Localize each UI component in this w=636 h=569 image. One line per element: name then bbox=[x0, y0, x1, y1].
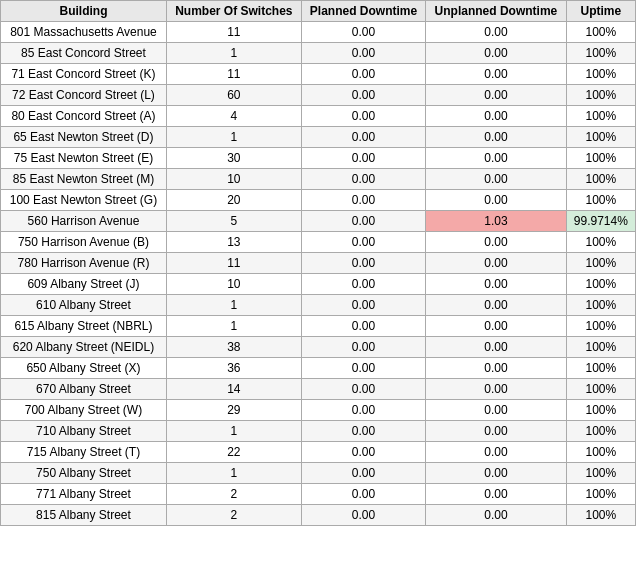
cell-uptime: 100% bbox=[566, 85, 635, 106]
cell-uptime: 100% bbox=[566, 358, 635, 379]
cell-building: 615 Albany Street (NBRL) bbox=[1, 316, 167, 337]
cell-planned: 0.00 bbox=[301, 358, 425, 379]
cell-unplanned: 0.00 bbox=[426, 127, 566, 148]
cell-switches: 4 bbox=[166, 106, 301, 127]
table-row: 650 Albany Street (X)360.000.00100% bbox=[1, 358, 636, 379]
cell-switches: 10 bbox=[166, 274, 301, 295]
cell-uptime: 100% bbox=[566, 232, 635, 253]
uptime-table: Building Number Of Switches Planned Down… bbox=[0, 0, 636, 526]
cell-building: 75 East Newton Street (E) bbox=[1, 148, 167, 169]
cell-uptime: 100% bbox=[566, 190, 635, 211]
cell-planned: 0.00 bbox=[301, 85, 425, 106]
cell-uptime: 100% bbox=[566, 295, 635, 316]
cell-planned: 0.00 bbox=[301, 400, 425, 421]
cell-uptime: 100% bbox=[566, 274, 635, 295]
cell-switches: 11 bbox=[166, 64, 301, 85]
cell-unplanned: 0.00 bbox=[426, 379, 566, 400]
cell-uptime: 100% bbox=[566, 442, 635, 463]
cell-unplanned: 0.00 bbox=[426, 484, 566, 505]
cell-planned: 0.00 bbox=[301, 211, 425, 232]
cell-uptime: 100% bbox=[566, 127, 635, 148]
cell-unplanned: 1.03 bbox=[426, 211, 566, 232]
cell-unplanned: 0.00 bbox=[426, 253, 566, 274]
cell-uptime: 100% bbox=[566, 22, 635, 43]
table-row: 780 Harrison Avenue (R)110.000.00100% bbox=[1, 253, 636, 274]
cell-planned: 0.00 bbox=[301, 463, 425, 484]
cell-planned: 0.00 bbox=[301, 232, 425, 253]
cell-unplanned: 0.00 bbox=[426, 400, 566, 421]
cell-building: 715 Albany Street (T) bbox=[1, 442, 167, 463]
cell-planned: 0.00 bbox=[301, 106, 425, 127]
table-row: 710 Albany Street10.000.00100% bbox=[1, 421, 636, 442]
cell-planned: 0.00 bbox=[301, 316, 425, 337]
cell-uptime: 100% bbox=[566, 148, 635, 169]
cell-switches: 36 bbox=[166, 358, 301, 379]
cell-planned: 0.00 bbox=[301, 337, 425, 358]
cell-building: 100 East Newton Street (G) bbox=[1, 190, 167, 211]
cell-planned: 0.00 bbox=[301, 274, 425, 295]
cell-unplanned: 0.00 bbox=[426, 274, 566, 295]
table-row: 771 Albany Street20.000.00100% bbox=[1, 484, 636, 505]
cell-switches: 11 bbox=[166, 253, 301, 274]
cell-planned: 0.00 bbox=[301, 43, 425, 64]
cell-planned: 0.00 bbox=[301, 295, 425, 316]
table-row: 65 East Newton Street (D)10.000.00100% bbox=[1, 127, 636, 148]
cell-building: 700 Albany Street (W) bbox=[1, 400, 167, 421]
cell-switches: 5 bbox=[166, 211, 301, 232]
table-row: 750 Harrison Avenue (B)130.000.00100% bbox=[1, 232, 636, 253]
cell-uptime: 99.9714% bbox=[566, 211, 635, 232]
cell-building: 85 East Newton Street (M) bbox=[1, 169, 167, 190]
header-planned: Planned Downtime bbox=[301, 1, 425, 22]
cell-switches: 14 bbox=[166, 379, 301, 400]
table-row: 560 Harrison Avenue50.001.0399.9714% bbox=[1, 211, 636, 232]
cell-unplanned: 0.00 bbox=[426, 463, 566, 484]
cell-switches: 29 bbox=[166, 400, 301, 421]
cell-building: 80 East Concord Street (A) bbox=[1, 106, 167, 127]
cell-uptime: 100% bbox=[566, 106, 635, 127]
table-row: 610 Albany Street10.000.00100% bbox=[1, 295, 636, 316]
cell-unplanned: 0.00 bbox=[426, 106, 566, 127]
cell-planned: 0.00 bbox=[301, 190, 425, 211]
header-uptime: Uptime bbox=[566, 1, 635, 22]
cell-planned: 0.00 bbox=[301, 379, 425, 400]
cell-uptime: 100% bbox=[566, 64, 635, 85]
cell-unplanned: 0.00 bbox=[426, 337, 566, 358]
table-row: 72 East Concord Street (L)600.000.00100% bbox=[1, 85, 636, 106]
table-row: 85 East Newton Street (M)100.000.00100% bbox=[1, 169, 636, 190]
cell-planned: 0.00 bbox=[301, 22, 425, 43]
cell-building: 710 Albany Street bbox=[1, 421, 167, 442]
table-row: 750 Albany Street10.000.00100% bbox=[1, 463, 636, 484]
header-switches: Number Of Switches bbox=[166, 1, 301, 22]
cell-uptime: 100% bbox=[566, 484, 635, 505]
cell-planned: 0.00 bbox=[301, 127, 425, 148]
cell-building: 620 Albany Street (NEIDL) bbox=[1, 337, 167, 358]
cell-switches: 1 bbox=[166, 316, 301, 337]
cell-unplanned: 0.00 bbox=[426, 22, 566, 43]
cell-switches: 30 bbox=[166, 148, 301, 169]
cell-planned: 0.00 bbox=[301, 148, 425, 169]
cell-building: 72 East Concord Street (L) bbox=[1, 85, 167, 106]
cell-building: 609 Albany Street (J) bbox=[1, 274, 167, 295]
cell-uptime: 100% bbox=[566, 463, 635, 484]
cell-building: 780 Harrison Avenue (R) bbox=[1, 253, 167, 274]
cell-switches: 1 bbox=[166, 421, 301, 442]
cell-switches: 2 bbox=[166, 505, 301, 526]
table-row: 85 East Concord Street10.000.00100% bbox=[1, 43, 636, 64]
table-row: 815 Albany Street20.000.00100% bbox=[1, 505, 636, 526]
table-row: 75 East Newton Street (E)300.000.00100% bbox=[1, 148, 636, 169]
header-unplanned: Unplanned Downtime bbox=[426, 1, 566, 22]
cell-unplanned: 0.00 bbox=[426, 43, 566, 64]
cell-unplanned: 0.00 bbox=[426, 232, 566, 253]
cell-uptime: 100% bbox=[566, 43, 635, 64]
cell-switches: 11 bbox=[166, 22, 301, 43]
cell-planned: 0.00 bbox=[301, 64, 425, 85]
cell-planned: 0.00 bbox=[301, 421, 425, 442]
table-row: 615 Albany Street (NBRL)10.000.00100% bbox=[1, 316, 636, 337]
cell-switches: 13 bbox=[166, 232, 301, 253]
cell-switches: 1 bbox=[166, 295, 301, 316]
cell-building: 65 East Newton Street (D) bbox=[1, 127, 167, 148]
cell-uptime: 100% bbox=[566, 169, 635, 190]
cell-unplanned: 0.00 bbox=[426, 442, 566, 463]
cell-building: 610 Albany Street bbox=[1, 295, 167, 316]
cell-uptime: 100% bbox=[566, 316, 635, 337]
